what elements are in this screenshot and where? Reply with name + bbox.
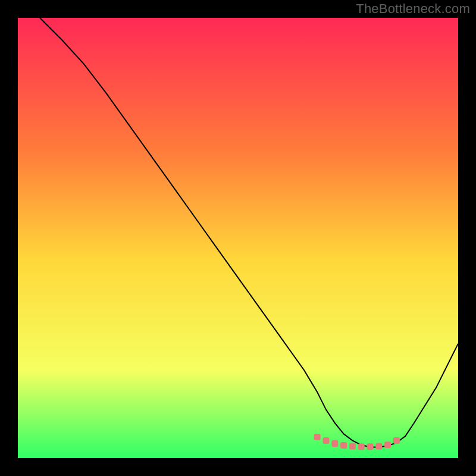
optimal-marker	[384, 441, 391, 448]
optimal-marker	[340, 442, 347, 449]
optimal-marker	[393, 437, 400, 444]
optimal-marker	[323, 437, 330, 444]
chart-svg	[0, 0, 476, 476]
optimal-marker	[358, 443, 365, 450]
optimal-marker	[331, 440, 338, 447]
optimal-marker	[314, 434, 321, 440]
chart-gradient-bg	[18, 18, 458, 458]
optimal-marker	[375, 443, 382, 450]
optimal-marker	[349, 443, 356, 450]
bottleneck-chart: TheBottleneck.com	[0, 0, 476, 476]
optimal-marker	[367, 443, 374, 450]
watermark-text: TheBottleneck.com	[356, 1, 470, 17]
